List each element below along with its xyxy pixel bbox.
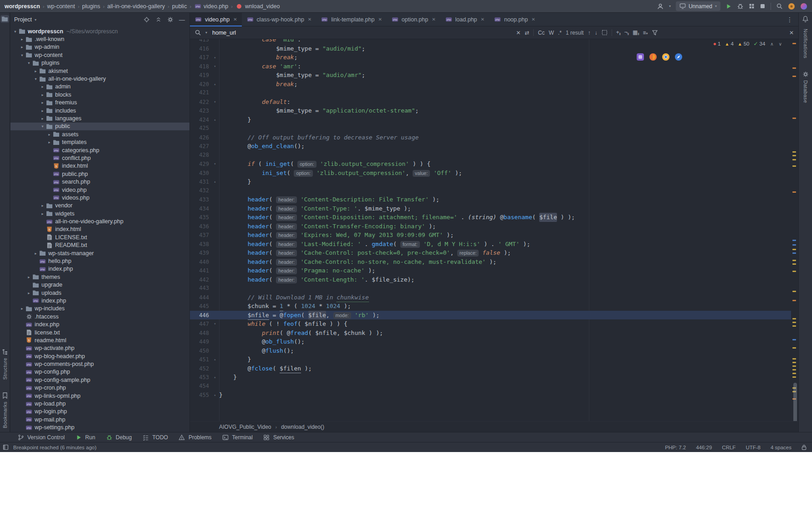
search-options-icon[interactable]: ≡▾ <box>643 30 648 36</box>
tree-toggle-icon[interactable]: ▸ <box>19 45 25 49</box>
code-line-418[interactable]: 418▾ case 'amr': <box>190 62 791 71</box>
tree-item-index-html[interactable]: 5index.html <box>10 226 189 233</box>
tree-item-plugins[interactable]: ▾plugins <box>10 59 189 67</box>
tree-toggle-icon[interactable]: ▾ <box>12 29 18 34</box>
tree-item-index-php[interactable]: phpindex.php <box>10 320 189 328</box>
lock-icon[interactable] <box>802 444 807 450</box>
toolwindow-terminal[interactable]: Terminal <box>217 432 258 442</box>
tree-toggle-icon[interactable]: ▸ <box>40 93 46 97</box>
tree-toggle-icon[interactable]: ▸ <box>19 37 25 41</box>
tree-item-wp-comments-post-php[interactable]: phpwp-comments-post.php <box>10 360 189 368</box>
tree-item-wp-cron-php[interactable]: phpwp-cron.php <box>10 384 189 392</box>
tree-item-index-php[interactable]: phpindex.php <box>10 265 189 273</box>
toolwindow-todo[interactable]: TODO <box>137 432 173 442</box>
toolwindow-debug[interactable]: Debug <box>100 432 137 442</box>
notifications-bell-icon[interactable] <box>802 15 809 22</box>
code-line-440[interactable]: 440 header( header: 'Cache-Control: no-s… <box>190 257 791 267</box>
tree-item-license-txt[interactable]: LICENSE.txt <box>10 233 189 241</box>
code-line-443[interactable]: 443 <box>190 284 791 293</box>
tree-item-wp-settings-php[interactable]: phpwp-settings.php <box>10 424 189 432</box>
code-line-441[interactable]: 441 header( header: 'Pragma: no-cache' )… <box>190 266 791 275</box>
close-tab-icon[interactable]: ✕ <box>531 17 535 22</box>
browser-chrome-icon[interactable] <box>662 53 670 61</box>
code-line-430[interactable]: 430 ini_set( option: 'zlib.output_compre… <box>190 169 791 178</box>
hide-panel-icon[interactable]: — <box>179 16 185 23</box>
tree-toggle-icon[interactable]: ▸ <box>46 140 52 144</box>
tree-item-widgets[interactable]: ▸widgets <box>10 210 189 217</box>
next-occurrence-icon[interactable]: ↓ <box>595 30 598 36</box>
fold-marker-icon[interactable]: ▾ <box>211 98 219 107</box>
tree-item-wp-load-php[interactable]: phpwp-load.php <box>10 400 189 407</box>
code-line-434[interactable]: 434 header( header: 'Content-Type: '. $m… <box>190 204 791 213</box>
close-tab-icon[interactable]: ✕ <box>481 17 485 22</box>
tree-item-public-php[interactable]: phppublic.php <box>10 170 189 178</box>
breadcrumb-public[interactable]: public <box>172 3 187 10</box>
search-in-comments-icon[interactable]: +II <box>616 29 620 36</box>
scrollbar-thumb[interactable] <box>793 383 797 421</box>
editor-tab-load-php[interactable]: phpload.php✕ <box>440 13 489 26</box>
code-line-421[interactable]: 421 <box>190 88 791 98</box>
search-toggle-w[interactable]: W <box>549 30 554 36</box>
code-line-416[interactable]: 416 $mime_type = "audio/mid"; <box>190 44 791 53</box>
previous-occurrence-icon[interactable]: ↑ <box>588 30 591 36</box>
code-line-453[interactable]: 453▴ } <box>190 373 791 382</box>
tree-item-license-txt[interactable]: license.txt <box>10 329 189 336</box>
code-line-425[interactable]: 425 <box>190 124 791 133</box>
code-line-447[interactable]: 447▾ while ( ! feof( $nfile ) ) { <box>190 319 791 329</box>
profiler-button[interactable] <box>749 3 755 9</box>
code-line-442[interactable]: 442 header( header: 'Content-Length: '. … <box>190 275 791 284</box>
breadcrumb-all-in-one-video-gallery[interactable]: all-in-one-video-gallery <box>107 3 165 10</box>
code-line-415[interactable]: 415 case 'mid': <box>190 39 791 44</box>
tree-item-all-in-one-video-gallery-php[interactable]: phpall-in-one-video-gallery.php <box>10 217 189 225</box>
tree-item-wordpresscn[interactable]: ▾wordpresscn~/Sites/wordpresscn <box>10 27 189 35</box>
tree-toggle-icon[interactable]: ▸ <box>40 116 46 121</box>
close-tab-icon[interactable]: ✕ <box>432 17 435 22</box>
close-search-icon[interactable]: ✕ <box>789 30 794 36</box>
breadcrumb-video-php[interactable]: phpvideo.php <box>194 3 228 10</box>
code-line-445[interactable]: 445 $chunk = 1 * ( 1024 * 1024 ); <box>190 302 791 311</box>
fold-marker-icon[interactable]: ▴ <box>211 391 219 400</box>
tree-item-index-html[interactable]: 5index.html <box>10 162 189 170</box>
tree-item-wp-links-opml-php[interactable]: phpwp-links-opml.php <box>10 392 189 400</box>
tree-item-upgrade[interactable]: upgrade <box>10 281 189 289</box>
editor-tab-option-php[interactable]: phpoption.php✕ <box>387 13 440 26</box>
status-crlf[interactable]: CRLF <box>722 445 735 450</box>
fold-marker-icon[interactable]: ▴ <box>211 115 219 124</box>
tree-item-vendor[interactable]: ▸vendor <box>10 202 189 210</box>
editor-tab-link-template-php[interactable]: phplink-template.php✕ <box>316 13 387 26</box>
stripe-bookmarks[interactable]: Bookmarks <box>1 391 9 428</box>
tree-item-uploads[interactable]: ▸uploads <box>10 289 189 297</box>
close-tab-icon[interactable]: ✕ <box>233 17 237 22</box>
tree-toggle-icon[interactable]: ▸ <box>26 275 32 279</box>
tree-item-wp-content[interactable]: ▾wp-content <box>10 51 189 59</box>
tree-item-readme-txt[interactable]: README.txt <box>10 242 189 249</box>
tree-item-admin[interactable]: ▸admin <box>10 83 189 91</box>
tree-toggle-icon[interactable]: ▸ <box>19 306 25 311</box>
code-line-427[interactable]: 427 @ob_end_clean(); <box>190 142 791 151</box>
editor-breadcrumb-aiovg-public-video[interactable]: AIOVG_Public_Video <box>219 424 271 430</box>
tree-item-wp-login-php[interactable]: phpwp-login.php <box>10 408 189 416</box>
tree-toggle-icon[interactable]: ▸ <box>40 84 46 89</box>
search-toggle-cc[interactable]: Cc <box>538 30 545 36</box>
tree-item-freemius[interactable]: ▸freemius <box>10 99 189 107</box>
code-line-454[interactable]: 454 <box>190 382 791 391</box>
code-line-433[interactable]: 433 header( header: 'Content-Description… <box>190 195 791 204</box>
tree-item-wp-config-sample-php[interactable]: phpwp-config-sample.php <box>10 376 189 384</box>
code-line-419[interactable]: 419 $mime_type = "audio/amr"; <box>190 71 791 80</box>
stripe-database[interactable]: Database <box>802 70 809 103</box>
clear-search-icon[interactable]: ✕ <box>516 30 521 36</box>
code-line-428[interactable]: 428 <box>190 151 791 160</box>
tree-item-wp-activate-php[interactable]: phpwp-activate.php <box>10 344 189 352</box>
gear-icon[interactable] <box>167 16 174 23</box>
tree-item-wp-stats-manager[interactable]: ▸wp-stats-manager <box>10 249 189 257</box>
previous-problem-icon[interactable]: ∧ <box>770 41 773 46</box>
fold-marker-icon[interactable]: ▴ <box>211 355 219 364</box>
toolwindow-problems[interactable]: Problems <box>173 432 217 442</box>
tree-toggle-icon[interactable]: ▾ <box>33 77 39 81</box>
status-4-spaces[interactable]: 4 spaces <box>771 445 792 450</box>
code-line-432[interactable]: 432 <box>190 186 791 195</box>
tree-item-includes[interactable]: ▸includes <box>10 107 189 114</box>
tree-item-all-in-one-video-gallery[interactable]: ▾all-in-one-video-gallery <box>10 75 189 82</box>
code-line-431[interactable]: 431▴ } <box>190 177 791 186</box>
tree-item-languages[interactable]: ▸languages <box>10 114 189 122</box>
